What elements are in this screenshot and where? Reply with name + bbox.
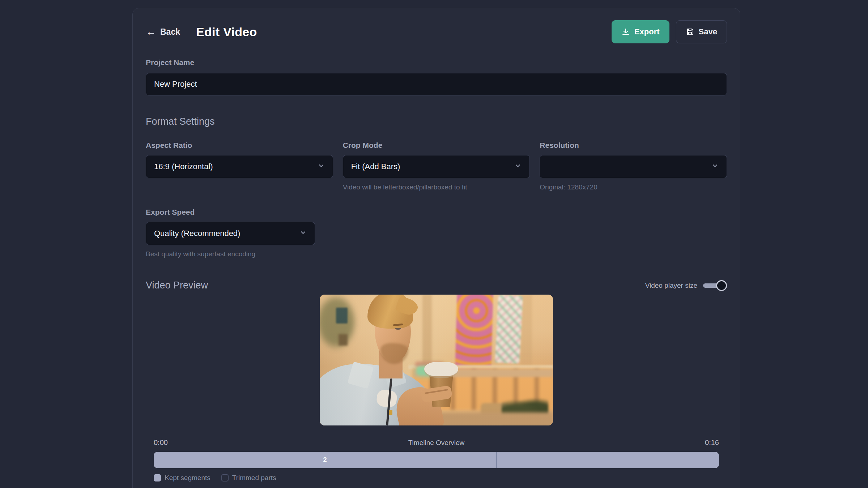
aspect-ratio-label: Aspect Ratio: [146, 141, 333, 150]
legend-label: Kept segments: [165, 474, 210, 482]
project-name-input[interactable]: [146, 73, 727, 95]
aspect-ratio-select[interactable]: 16:9 (Horizontal): [146, 155, 333, 178]
header-actions: Export Save: [612, 20, 727, 43]
format-settings-grid: Aspect Ratio 16:9 (Horizontal) Crop Mode…: [146, 141, 727, 191]
back-label: Back: [160, 27, 180, 37]
download-icon: [621, 27, 630, 36]
format-settings-title: Format Settings: [146, 116, 727, 127]
timeline-section: 0:00 Timeline Overview 0:16 2: [154, 438, 719, 468]
chevron-down-icon: [711, 162, 719, 171]
player-size-control: Video player size: [645, 280, 727, 291]
video-preview-area: [146, 295, 727, 425]
legend-item-trimmed: Trimmed parts: [221, 474, 276, 482]
slider-knob[interactable]: [716, 280, 727, 291]
save-button[interactable]: Save: [676, 20, 727, 43]
project-name-label: Project Name: [146, 58, 727, 67]
crop-mode-value: Fit (Add Bars): [351, 162, 400, 171]
player-size-label: Video player size: [645, 282, 697, 290]
aspect-ratio-field: Aspect Ratio 16:9 (Horizontal): [146, 141, 333, 191]
segment-label: 2: [323, 456, 327, 464]
player-size-slider[interactable]: [703, 280, 727, 291]
crop-mode-select[interactable]: Fit (Add Bars): [343, 155, 530, 178]
video-art-layer: [320, 295, 553, 425]
timeline-segment[interactable]: 2: [154, 452, 496, 468]
trimmed-parts-swatch: [221, 474, 229, 481]
export-speed-label: Export Speed: [146, 208, 315, 217]
timeline-start-time: 0:00: [154, 438, 168, 447]
header: ← Back Edit Video Export Save: [146, 20, 727, 43]
back-button[interactable]: ← Back: [146, 27, 180, 37]
page-title: Edit Video: [196, 25, 257, 39]
video-preview-title: Video Preview: [146, 280, 208, 291]
chevron-down-icon: [514, 162, 522, 171]
legend-item-kept: Kept segments: [154, 474, 210, 482]
crop-mode-hint: Video will be letterboxed/pillarboxed to…: [343, 183, 530, 191]
timeline-labels: 0:00 Timeline Overview 0:16: [154, 438, 719, 447]
timeline-bar[interactable]: 2: [154, 452, 719, 468]
crop-mode-field: Crop Mode Fit (Add Bars) Video will be l…: [343, 141, 530, 191]
resolution-select[interactable]: [540, 155, 727, 178]
export-speed-hint: Best quality with superfast encoding: [146, 250, 315, 258]
save-icon: [686, 27, 694, 36]
back-arrow-icon: ←: [146, 27, 156, 37]
export-label: Export: [634, 27, 660, 37]
resolution-field: Resolution Original: 1280x720: [540, 141, 727, 191]
kept-segments-swatch: [154, 474, 161, 481]
export-speed-value: Quality (Recommended): [154, 229, 240, 238]
timeline-title: Timeline Overview: [168, 439, 705, 447]
chevron-down-icon: [318, 162, 325, 171]
resolution-hint: Original: 1280x720: [540, 183, 727, 191]
export-speed-select[interactable]: Quality (Recommended): [146, 222, 315, 245]
video-preview-frame[interactable]: [320, 295, 553, 425]
edit-video-panel: ← Back Edit Video Export Save: [132, 8, 740, 488]
save-label: Save: [699, 27, 717, 37]
export-speed-field: Export Speed Quality (Recommended) Best …: [146, 208, 315, 258]
preview-header: Video Preview Video player size: [146, 280, 727, 291]
timeline-end-time: 0:16: [705, 438, 719, 447]
timeline-segment[interactable]: [496, 452, 719, 468]
legend-label: Trimmed parts: [232, 474, 276, 482]
chevron-down-icon: [299, 229, 307, 238]
resolution-label: Resolution: [540, 141, 727, 150]
export-button[interactable]: Export: [612, 20, 669, 43]
aspect-ratio-hint: [146, 183, 333, 191]
aspect-ratio-value: 16:9 (Horizontal): [154, 162, 213, 171]
crop-mode-label: Crop Mode: [343, 141, 530, 150]
timeline-legend: Kept segments Trimmed parts: [154, 474, 719, 482]
